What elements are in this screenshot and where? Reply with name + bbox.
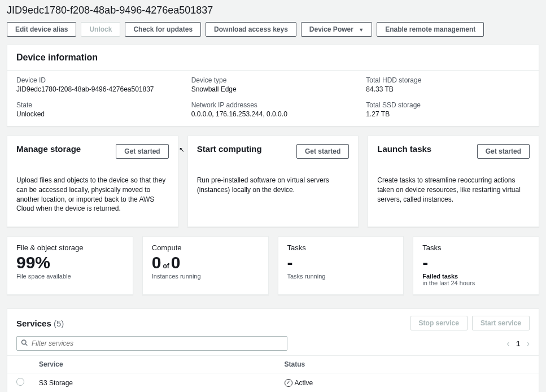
- device-id-block: Device ID JID9edc1780-f208-48ab-9496-427…: [16, 76, 180, 93]
- storage-metric: File & object storage 99% File space ava…: [7, 236, 133, 295]
- storage-metric-title: File & object storage: [16, 243, 124, 252]
- manage-storage-desc: Upload files and objects to the device s…: [16, 176, 169, 214]
- compute-metric-sub: Instances running: [152, 273, 259, 280]
- manage-storage-card: Manage storage Get started Upload files …: [7, 136, 178, 227]
- search-icon: [21, 339, 28, 348]
- unlock-button: Unlock: [81, 22, 120, 37]
- device-id-label: Device ID: [16, 76, 180, 84]
- page-prev-icon[interactable]: ‹: [506, 339, 509, 348]
- tasks-running-title: Tasks: [287, 243, 395, 252]
- device-type-value: Snowball Edge: [191, 85, 355, 93]
- ip-block: Network IP addresses 0.0.0.0, 176.16.253…: [191, 101, 355, 118]
- start-computing-title: Start computing: [197, 144, 262, 154]
- tasks-failed-metric: Tasks - Failed tasks in the last 24 hour…: [413, 236, 539, 295]
- device-id-value: JID9edc1780-f208-48ab-9496-4276ea501837: [16, 85, 180, 93]
- services-table: Service Status S3 Storage ✓ Active STS ✓…: [7, 355, 539, 392]
- hdd-value: 84.33 TB: [366, 85, 530, 93]
- compute-v2: 0: [171, 253, 181, 272]
- caret-down-icon: ▼: [359, 27, 364, 33]
- tasks-running-sub: Tasks running: [287, 273, 395, 280]
- tasks-failed-value: -: [422, 253, 530, 272]
- launch-tasks-card: Launch tasks Get started Create tasks to…: [368, 136, 539, 227]
- status-text: Active: [295, 379, 313, 387]
- metrics-row: File & object storage 99% File space ava…: [5, 227, 541, 295]
- manage-storage-get-started-button[interactable]: Get started: [116, 144, 168, 159]
- svg-line-1: [25, 344, 27, 346]
- tasks-failed-sub2: in the last 24 hours: [422, 280, 530, 286]
- page-next-icon[interactable]: ›: [527, 339, 530, 348]
- start-computing-card: Start computing Get started Run pre-inst…: [187, 136, 359, 227]
- storage-metric-sub: File space available: [16, 273, 124, 280]
- table-row[interactable]: S3 Storage ✓ Active: [7, 373, 539, 392]
- hdd-block: Total HDD storage 84.33 TB: [366, 76, 530, 93]
- col-service: Service: [39, 360, 285, 368]
- launch-tasks-get-started-button[interactable]: Get started: [477, 144, 530, 159]
- ssd-label: Total SSD storage: [366, 101, 530, 109]
- launch-tasks-title: Launch tasks: [377, 144, 431, 154]
- page-number: 1: [516, 339, 520, 348]
- download-keys-button[interactable]: Download access keys: [206, 22, 296, 37]
- service-name: S3 Storage: [39, 379, 285, 387]
- hdd-label: Total HDD storage: [366, 76, 530, 84]
- device-power-button[interactable]: Device Power ▼: [301, 22, 372, 37]
- status-cell: ✓ Active: [285, 379, 530, 387]
- launch-tasks-desc: Create tasks to streamline reoccurring a…: [377, 176, 530, 204]
- manage-storage-title: Manage storage: [16, 144, 81, 154]
- compute-of: of: [163, 262, 169, 270]
- compute-metric-value: 0of0: [152, 253, 259, 272]
- stop-service-button: Stop service: [410, 316, 468, 330]
- device-info-header: Device information: [7, 45, 539, 71]
- col-status: Status: [285, 360, 530, 368]
- edit-alias-button[interactable]: Edit device alias: [7, 22, 76, 37]
- state-label: State: [16, 101, 180, 109]
- table-header-row: Service Status: [7, 356, 539, 373]
- ssd-value: 1.27 TB: [366, 110, 530, 118]
- enable-remote-button[interactable]: Enable remote management: [377, 22, 484, 37]
- services-panel: Services (5) Stop service Start service …: [7, 308, 539, 392]
- storage-metric-value: 99%: [16, 253, 124, 272]
- check-updates-button[interactable]: Check for updates: [125, 22, 201, 37]
- state-value: Unlocked: [16, 110, 180, 118]
- compute-metric: Compute 0of0 Instances running: [142, 236, 269, 295]
- tasks-failed-title: Tasks: [422, 243, 530, 252]
- start-service-button: Start service: [472, 316, 530, 330]
- tasks-running-metric: Tasks - Tasks running: [278, 236, 404, 295]
- page-title: JID9edc1780-f208-48ab-9496-4276ea501837: [5, 0, 541, 22]
- tasks-running-value: -: [287, 253, 395, 272]
- filter-services-box: [16, 336, 287, 351]
- compute-metric-title: Compute: [152, 243, 259, 252]
- start-computing-desc: Run pre-installed software on virtual se…: [197, 176, 350, 195]
- ssd-block: Total SSD storage 1.27 TB: [366, 101, 530, 118]
- toolbar: Edit device alias Unlock Check for updat…: [5, 22, 541, 45]
- device-information-panel: Device information Device ID JID9edc1780…: [7, 45, 539, 127]
- filter-services-input[interactable]: [16, 336, 287, 351]
- services-title: Services (5): [16, 319, 64, 328]
- state-block: State Unlocked: [16, 101, 180, 118]
- action-cards-row: Manage storage Get started Upload files …: [5, 127, 541, 227]
- device-power-label: Device Power: [309, 25, 353, 33]
- services-count: (5): [54, 319, 64, 328]
- services-title-text: Services: [16, 319, 51, 328]
- ip-label: Network IP addresses: [191, 101, 355, 109]
- tasks-failed-sub1: Failed tasks: [422, 273, 530, 280]
- start-computing-get-started-button[interactable]: Get started: [296, 144, 349, 159]
- device-type-label: Device type: [191, 76, 355, 84]
- row-radio[interactable]: [16, 378, 24, 386]
- compute-v1: 0: [152, 253, 161, 272]
- ip-value: 0.0.0.0, 176.16.253.244, 0.0.0.0: [191, 110, 355, 118]
- svg-point-0: [22, 340, 27, 345]
- pagination: ‹ 1 ›: [506, 339, 530, 348]
- check-circle-icon: ✓: [285, 379, 292, 387]
- device-type-block: Device type Snowball Edge: [191, 76, 355, 93]
